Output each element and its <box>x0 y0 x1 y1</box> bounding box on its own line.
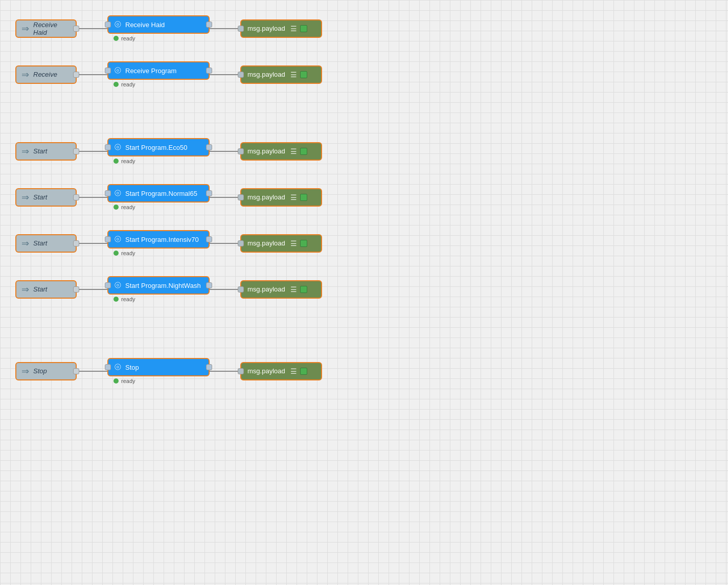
status-dot <box>113 297 119 302</box>
menu-icon[interactable]: ☰ <box>290 193 297 201</box>
debug-label: msg.payload <box>247 285 285 293</box>
debug-active-indicator[interactable] <box>300 240 307 247</box>
status-dot <box>113 251 119 256</box>
debug-active-indicator[interactable] <box>300 148 307 155</box>
mqtt-node-row7[interactable]: ⦾ Stop <box>107 358 210 376</box>
flow-canvas: ⇒ Receive Haid ⦾ Receive Haid ready msg.… <box>0 0 728 585</box>
inject-port-right <box>73 26 79 32</box>
arrow-icon: ⇒ <box>21 23 29 34</box>
status-row: ready <box>113 296 135 302</box>
mqtt-wrapper-row3: ⦾ Start Program.Eco50 ready <box>107 138 210 164</box>
debug-label: msg.payload <box>247 239 285 247</box>
debug-active-indicator[interactable] <box>300 194 307 201</box>
mqtt-port-left <box>105 21 111 28</box>
status-row: ready <box>113 204 135 210</box>
mqtt-node-row6[interactable]: ⦾ Start Program.NightWash <box>107 276 210 295</box>
status-row: ready <box>113 378 135 384</box>
debug-active-indicator[interactable] <box>300 25 307 32</box>
arrow-icon: ⇒ <box>21 366 29 377</box>
menu-icon[interactable]: ☰ <box>290 147 297 155</box>
mqtt-node-row2[interactable]: ⦾ Receive Program <box>107 61 210 80</box>
mqtt-wrapper-row5: ⦾ Start Program.Intensiv70 ready <box>107 230 210 256</box>
mqtt-wrapper-row1: ⦾ Receive Haid ready <box>107 15 210 41</box>
inject-node-row1[interactable]: ⇒ Receive Haid <box>15 19 77 38</box>
menu-icon[interactable]: ☰ <box>290 25 297 33</box>
inject-node-row3[interactable]: ⇒ Start <box>15 142 77 161</box>
debug-port-left <box>238 26 244 32</box>
menu-icon[interactable]: ☰ <box>290 285 297 294</box>
inject-label: Start <box>33 147 47 155</box>
inject-port-right <box>73 240 79 246</box>
mqtt-port-right <box>206 364 212 370</box>
status-dot <box>113 205 119 210</box>
arrow-icon: ⇒ <box>21 284 29 295</box>
mqtt-port-right <box>206 190 212 196</box>
menu-icon[interactable]: ☰ <box>290 367 297 375</box>
connector-1 <box>77 28 107 29</box>
mqtt-port-right <box>206 236 212 242</box>
wifi-icon: ⦾ <box>115 66 121 75</box>
mqtt-label: Stop <box>125 364 139 371</box>
debug-node-row7[interactable]: msg.payload ☰ <box>240 362 322 380</box>
debug-active-indicator[interactable] <box>300 71 307 78</box>
inject-node-row5[interactable]: ⇒ Start <box>15 234 77 253</box>
inject-port-right <box>73 286 79 292</box>
connector-1 <box>77 243 107 244</box>
menu-icon[interactable]: ☰ <box>290 239 297 248</box>
connector-2 <box>210 243 240 244</box>
status-text: ready <box>121 204 135 210</box>
debug-node-row6[interactable]: msg.payload ☰ <box>240 280 322 299</box>
wifi-icon: ⦾ <box>115 20 121 29</box>
status-row: ready <box>113 250 135 256</box>
mqtt-node-row4[interactable]: ⦾ Start Program.Normal65 <box>107 184 210 202</box>
debug-label: msg.payload <box>247 25 285 32</box>
debug-node-row2[interactable]: msg.payload ☰ <box>240 65 322 84</box>
status-dot <box>113 82 119 87</box>
status-text: ready <box>121 250 135 256</box>
mqtt-node-row1[interactable]: ⦾ Receive Haid <box>107 15 210 34</box>
wifi-icon: ⦾ <box>115 143 121 152</box>
debug-port-left <box>238 240 244 246</box>
status-dot <box>113 378 119 384</box>
mqtt-node-row5[interactable]: ⦾ Start Program.Intensiv70 <box>107 230 210 249</box>
wifi-icon: ⦾ <box>115 235 121 244</box>
menu-icon[interactable]: ☰ <box>290 71 297 79</box>
debug-active-indicator[interactable] <box>300 286 307 293</box>
debug-label: msg.payload <box>247 71 285 78</box>
status-row: ready <box>113 158 135 164</box>
inject-node-row2[interactable]: ⇒ Receive <box>15 65 77 84</box>
flow-row-row3: ⇒ Start ⦾ Start Program.Eco50 ready msg.… <box>15 138 261 164</box>
mqtt-wrapper-row4: ⦾ Start Program.Normal65 ready <box>107 184 210 210</box>
debug-node-row3[interactable]: msg.payload ☰ <box>240 142 322 161</box>
inject-label: Stop <box>33 367 47 375</box>
status-row: ready <box>113 35 135 41</box>
status-dot <box>113 36 119 41</box>
mqtt-label: Receive Haid <box>125 21 165 29</box>
debug-node-row1[interactable]: msg.payload ☰ <box>240 19 322 38</box>
inject-node-row6[interactable]: ⇒ Start <box>15 280 77 299</box>
debug-port-left <box>238 286 244 292</box>
debug-node-row5[interactable]: msg.payload ☰ <box>240 234 322 253</box>
mqtt-port-right <box>206 282 212 288</box>
connector-1 <box>77 151 107 152</box>
connector-2 <box>210 74 240 75</box>
debug-node-row4[interactable]: msg.payload ☰ <box>240 188 322 207</box>
mqtt-wrapper-row2: ⦾ Receive Program ready <box>107 61 210 87</box>
mqtt-port-left <box>105 282 111 288</box>
debug-label: msg.payload <box>247 367 285 375</box>
inject-node-row7[interactable]: ⇒ Stop <box>15 362 77 380</box>
connector-2 <box>210 289 240 290</box>
inject-port-right <box>73 72 79 78</box>
debug-label: msg.payload <box>247 147 285 155</box>
connector-2 <box>210 28 240 29</box>
wifi-icon: ⦾ <box>115 363 121 372</box>
inject-node-row4[interactable]: ⇒ Start <box>15 188 77 207</box>
wifi-icon: ⦾ <box>115 189 121 198</box>
debug-active-indicator[interactable] <box>300 368 307 375</box>
flow-row-row1: ⇒ Receive Haid ⦾ Receive Haid ready msg.… <box>15 15 263 41</box>
debug-port-left <box>238 194 244 200</box>
mqtt-label: Start Program.Eco50 <box>125 144 187 151</box>
mqtt-node-row3[interactable]: ⦾ Start Program.Eco50 <box>107 138 210 156</box>
inject-label: Start <box>33 285 47 293</box>
connector-1 <box>77 74 107 75</box>
